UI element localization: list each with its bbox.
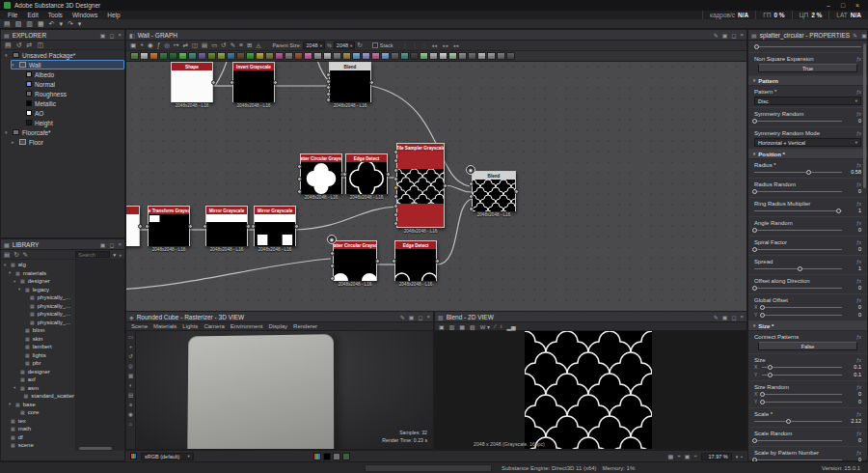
view3d-menu-environment[interactable]: Environment (231, 323, 263, 329)
output-connector[interactable] (514, 189, 519, 194)
node-category-19[interactable] (313, 52, 322, 60)
function-icon[interactable]: ƒx (856, 201, 861, 207)
slider-track[interactable] (754, 264, 842, 272)
node-category-28[interactable] (400, 52, 409, 60)
redo-icon[interactable]: ↷ (68, 20, 73, 27)
slider-track[interactable] (754, 284, 842, 292)
input-connector[interactable] (326, 92, 331, 97)
toggle-button[interactable]: False (758, 342, 856, 350)
node-category-4[interactable] (169, 52, 177, 60)
slider-knob[interactable] (836, 209, 841, 213)
slider-knob[interactable] (752, 247, 757, 252)
tree-item-metallic[interactable]: Metallic (17, 98, 124, 108)
undo-menu-icon[interactable]: ▾ (59, 20, 63, 27)
node-category-30[interactable] (420, 52, 428, 60)
slider-track[interactable] (754, 187, 842, 195)
node-category-14[interactable] (265, 52, 274, 60)
connector-display-icon-1[interactable]: ⋮ (413, 42, 418, 48)
node-category-18[interactable] (304, 52, 312, 60)
caret-icon[interactable]: ▾ (9, 402, 13, 406)
library-item-physically[interactable]: ▦physically_... (22, 302, 75, 311)
node-category-23[interactable] (352, 52, 361, 60)
slider-knob[interactable] (806, 170, 811, 175)
library-item-physically[interactable]: ▦physically_... (22, 310, 75, 319)
caret-icon[interactable]: ▸ (12, 139, 16, 145)
library-item-df[interactable]: ▦df (3, 433, 75, 442)
slider-track[interactable] (754, 436, 842, 444)
node-blend-top[interactable]: Blend2048x2048 - L16 (329, 62, 371, 102)
link-mode-icon[interactable]: ⇄ (182, 42, 187, 49)
slider-track[interactable] (754, 245, 842, 253)
library-item-base[interactable]: ▾▦base (8, 401, 75, 409)
grid-snap-icon[interactable]: ⊞ (247, 42, 252, 49)
library-item-pbr[interactable]: ▦pbr (17, 359, 75, 368)
tree-item-floorcafe[interactable]: ▾Floorcafe* (4, 127, 124, 137)
node-blend-view[interactable]: Blend2048x2048 - L16◉ (472, 171, 516, 211)
input-connector[interactable] (342, 172, 347, 177)
refresh-icon[interactable]: ↻ (14, 251, 18, 259)
slider-track[interactable] (762, 390, 842, 398)
slider-knob[interactable] (754, 44, 759, 49)
toggle-button[interactable]: True (758, 64, 856, 72)
zoom-icon[interactable]: ◎ (128, 363, 133, 369)
recent-icon[interactable]: ↺ (16, 42, 22, 49)
function-icon[interactable]: ƒx (856, 297, 861, 303)
library-item-lights[interactable]: ▦lights (17, 351, 75, 360)
view2d-viewport[interactable]: 2048 x 2048 (Grayscale, 16bpc) (435, 331, 746, 449)
align-icon[interactable]: ≡ (239, 42, 243, 49)
node-category-0[interactable] (130, 52, 139, 60)
slider-track[interactable] (762, 303, 842, 311)
node-category-13[interactable] (256, 52, 264, 60)
edit-icon[interactable]: ✎ (714, 32, 719, 39)
node-category-34[interactable] (458, 52, 467, 60)
frame-all-icon[interactable]: ▣ (130, 42, 136, 49)
shading-icon[interactable]: ◐ (129, 382, 132, 388)
float-icon[interactable]: ▣ (722, 32, 728, 39)
input-connector[interactable] (326, 79, 331, 84)
graph-canvas[interactable]: Shape2048x2048 - L16Invert Grayscale2048… (126, 62, 746, 312)
library-item-blinn[interactable]: ▦blinn (17, 326, 75, 335)
output-connector[interactable] (273, 80, 278, 85)
function-icon[interactable]: ƒx (856, 450, 861, 456)
function-icon[interactable]: ƒx (856, 278, 861, 284)
maximize-button[interactable]: □ (836, 1, 850, 11)
library-item-legacy[interactable]: ▾▦legacy (17, 286, 75, 294)
slider-knob[interactable] (760, 313, 765, 318)
input-connector[interactable] (330, 276, 335, 281)
view-badge-icon[interactable]: ◉ (466, 165, 475, 175)
move-icon[interactable]: + (129, 344, 132, 349)
output-connector[interactable] (138, 224, 143, 229)
node-category-20[interactable] (323, 52, 332, 60)
node-category-9[interactable] (217, 52, 226, 60)
library-item-designer[interactable]: ▦designer (13, 368, 75, 376)
function-icon[interactable]: ƒx (856, 181, 861, 187)
output-connector[interactable] (211, 80, 216, 85)
node-splatter-circular-mid[interactable]: Splatter Circular Grayscale2048x2048 - L… (300, 153, 342, 194)
minimize-button[interactable]: – (822, 1, 835, 11)
zoom-level[interactable]: 17.97 % (701, 453, 732, 460)
node-category-3[interactable] (159, 52, 168, 60)
slider-knob[interactable] (752, 228, 757, 233)
library-item-lambert[interactable]: ▦lambert (17, 343, 75, 351)
node-category-35[interactable] (468, 52, 476, 60)
library-item-physically[interactable]: ▦physically_... (22, 293, 75, 302)
dropdown-select[interactable]: Disc▾ (754, 97, 861, 105)
zoom-extra-icon-1[interactable]: ▪ (741, 454, 743, 459)
slider-knob[interactable] (768, 365, 773, 370)
build-icon[interactable]: ◫ (37, 42, 43, 49)
parent-size-width-select[interactable]: 2048▾ (303, 42, 325, 49)
slider-knob[interactable] (752, 119, 757, 124)
node-invert-grayscale[interactable]: Invert Grayscale2048x2048 - L16 (232, 62, 275, 102)
undo-icon[interactable]: ↶ (49, 20, 55, 27)
tree-item-normal[interactable]: Normal (17, 79, 124, 89)
maximize-icon[interactable]: ◻ (110, 32, 115, 39)
output-connector[interactable] (435, 259, 440, 264)
library-search-input[interactable] (75, 251, 110, 258)
caret-icon[interactable]: ▾ (18, 287, 22, 292)
library-item-scene[interactable]: ▦scene (3, 441, 75, 450)
tree-item-unsavedpackage[interactable]: ▾Unsaved Package* (4, 50, 124, 60)
output-connector[interactable] (369, 80, 374, 85)
parent-size-height-select[interactable]: 2048▾ (334, 42, 356, 49)
new-package-icon[interactable]: ▤ (4, 20, 11, 27)
node-category-17[interactable] (294, 52, 303, 60)
